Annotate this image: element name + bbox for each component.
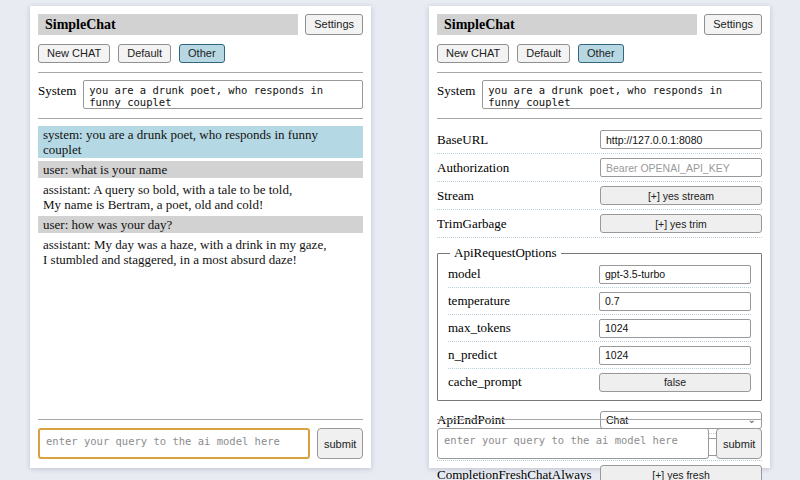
system-prompt-row: System you are a drunk poet, who respond… [38,80,363,109]
message-line: assistant: A query so bold, with a tale … [43,182,358,197]
cache-prompt-toggle-button[interactable]: false [599,373,751,392]
new-chat-button[interactable]: New CHAT [437,44,509,63]
query-row: submit [38,428,363,459]
chat-message-user: user: what is your name [38,161,363,178]
chat-message-assistant: assistant: My day was a haze, with a dri… [38,236,363,268]
model-input[interactable] [599,265,751,284]
message-line: I stumbled and staggered, in a most absu… [43,252,358,267]
divider [38,118,363,119]
header: SimpleChat Settings [437,14,762,35]
authorization-input[interactable] [600,158,762,177]
submit-button[interactable]: submit [317,428,363,459]
setting-row-max-tokens: max_tokens [448,315,751,342]
settings-panel: SimpleChat Settings New CHAT Default Oth… [429,6,770,468]
setting-row-stream: Stream [+] yes stream [437,182,762,210]
n-predict-input[interactable] [599,346,751,365]
system-label: System [38,80,76,99]
stream-toggle-button[interactable]: [+] yes stream [600,186,762,205]
chat-message-system: system: you are a drunk poet, who respon… [38,126,363,158]
session-button-default[interactable]: Default [517,44,570,63]
sessions-row: New CHAT Default Other [437,44,762,63]
query-input[interactable] [38,428,310,459]
session-button-other[interactable]: Other [578,44,624,63]
setting-label: n_predict [448,347,497,363]
message-line: My name is Bertram, a poet, old and cold… [43,197,358,212]
settings-button[interactable]: Settings [305,14,363,35]
setting-label: BaseURL [437,132,488,148]
setting-label: model [448,266,481,282]
page: SimpleChat Settings New CHAT Default Oth… [0,0,800,474]
submit-button[interactable]: submit [716,428,762,459]
setting-label: temperature [448,293,510,309]
setting-row-authorization: Authorization [437,154,762,182]
app-title: SimpleChat [437,14,697,35]
session-button-default[interactable]: Default [118,44,171,63]
header: SimpleChat Settings [38,14,363,35]
chat-message-assistant: assistant: A query so bold, with a tale … [38,181,363,213]
max-tokens-input[interactable] [599,319,751,338]
setting-label: max_tokens [448,320,511,336]
query-footer: submit [38,419,363,459]
trimgarbage-toggle-button[interactable]: [+] yes trim [600,214,762,233]
setting-row-cache-prompt: cache_prompt false [448,369,751,395]
system-prompt-input[interactable]: you are a drunk poet, who responds in fu… [482,80,762,109]
setting-label: cache_prompt [448,374,522,390]
system-label: System [437,80,475,99]
setting-row-temperature: temperature [448,288,751,315]
api-request-options-fieldset: ApiRequestOptions model temperature max_… [437,245,762,401]
divider [437,72,762,73]
divider [38,72,363,73]
divider [437,118,762,119]
message-line: system: you are a drunk poet, who respon… [43,127,358,157]
setting-row-n-predict: n_predict [448,342,751,369]
query-input[interactable] [437,428,709,459]
setting-label: TrimGarbage [437,216,507,232]
query-row: submit [437,428,762,459]
sessions-row: New CHAT Default Other [38,44,363,63]
setting-row-trimgarbage: TrimGarbage [+] yes trim [437,210,762,238]
temperature-input[interactable] [599,292,751,311]
fieldset-legend: ApiRequestOptions [450,245,561,261]
message-line: assistant: My day was a haze, with a dri… [43,237,358,252]
app-title: SimpleChat [38,14,298,35]
setting-label: Authorization [437,160,509,176]
divider [38,419,363,420]
setting-label: Stream [437,188,474,204]
completion-fresh-chat-toggle-button[interactable]: [+] yes fresh [600,465,762,480]
setting-label: CompletionFreshChatAlways [437,467,592,480]
system-prompt-row: System you are a drunk poet, who respond… [437,80,762,109]
baseurl-input[interactable] [600,130,762,149]
chat-panel: SimpleChat Settings New CHAT Default Oth… [30,6,371,468]
divider [437,419,762,420]
chat-message-list: system: you are a drunk poet, who respon… [38,126,363,268]
setting-row-baseurl: BaseURL [437,126,762,154]
setting-row-model: model [448,261,751,288]
new-chat-button[interactable]: New CHAT [38,44,110,63]
chat-message-user: user: how was your day? [38,216,363,233]
system-prompt-input[interactable]: you are a drunk poet, who responds in fu… [83,80,363,109]
settings-button[interactable]: Settings [704,14,762,35]
message-line: user: how was your day? [43,217,358,232]
message-line: user: what is your name [43,162,358,177]
setting-row-completionfreshchatalways: CompletionFreshChatAlways [+] yes fresh [437,461,762,480]
session-button-other[interactable]: Other [179,44,225,63]
query-footer: submit [437,419,762,459]
